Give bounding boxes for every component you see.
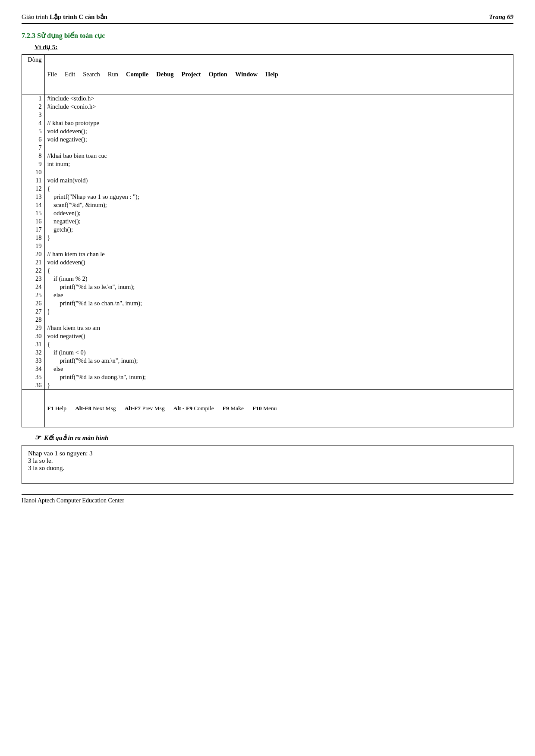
- code-cell: void negative();: [44, 135, 513, 144]
- status-altf9: Alt - F9 Compile: [173, 405, 214, 412]
- line-number: 8: [22, 152, 44, 160]
- status-f1: F1 Help: [47, 405, 67, 412]
- line-number: 13: [22, 193, 44, 201]
- code-cell: void oddeven(): [44, 258, 513, 267]
- section-number: 7.2.3: [22, 32, 35, 39]
- code-cell: getch();: [44, 226, 513, 234]
- line-number: 35: [22, 373, 44, 381]
- menu-edit[interactable]: Edit: [65, 71, 75, 78]
- example-underline-label: Ví dụ 5: [35, 44, 55, 50]
- table-row: 19: [22, 242, 513, 250]
- table-row: 3: [22, 111, 513, 119]
- line-number: 10: [22, 168, 44, 176]
- result-cursor: _: [28, 472, 507, 479]
- table-row: 30void negative(): [22, 332, 513, 340]
- table-row: 8//khai bao bien toan cuc: [22, 152, 513, 160]
- example-label: Ví dụ 5:: [35, 43, 513, 51]
- menu-bar-row: Dòng File Edit Search Run Compile Debug …: [22, 55, 513, 94]
- line-number: 1: [22, 94, 44, 103]
- line-number: 5: [22, 127, 44, 135]
- status-bar-content: F1 Help Alt-F8 Next Msg Alt-F7 Prev Msg …: [47, 405, 511, 412]
- code-cell: {: [44, 340, 513, 348]
- line-number: 6: [22, 135, 44, 144]
- line-number: 20: [22, 250, 44, 258]
- line-number: 31: [22, 340, 44, 348]
- page-footer: Hanoi Aptech Computer Education Center: [22, 494, 513, 504]
- table-row: 22{: [22, 267, 513, 275]
- status-f9: F9 Make: [223, 405, 244, 412]
- menu-option[interactable]: Option: [208, 71, 227, 78]
- line-number: 7: [22, 144, 44, 152]
- table-row: 2#include <conio.h>: [22, 103, 513, 111]
- table-row: 1#include <stdio.h>: [22, 94, 513, 103]
- line-number: 26: [22, 299, 44, 307]
- code-cell: printf("%d la so am.\n", inum);: [44, 357, 513, 365]
- menu-file[interactable]: File: [47, 71, 57, 78]
- menu-run[interactable]: Run: [108, 71, 118, 78]
- code-cell: #include <stdio.h>: [44, 94, 513, 103]
- menu-search[interactable]: Search: [83, 71, 100, 78]
- code-cell: }: [44, 307, 513, 316]
- table-row: 18}: [22, 234, 513, 242]
- line-number: 4: [22, 119, 44, 127]
- line-number: 30: [22, 332, 44, 340]
- line-number: 19: [22, 242, 44, 250]
- result-line-1: Nhap vao 1 so nguyen: 3: [28, 450, 507, 457]
- code-cell: {: [44, 267, 513, 275]
- line-number: 17: [22, 226, 44, 234]
- code-cell: [44, 316, 513, 324]
- phone-icon: ☞: [35, 433, 41, 442]
- table-row: 25 else: [22, 291, 513, 299]
- code-cell: // khai bao prototype: [44, 119, 513, 127]
- table-row: 34 else: [22, 365, 513, 373]
- code-cell: // ham kiem tra chan le: [44, 250, 513, 258]
- menu-debug[interactable]: Debug: [156, 71, 173, 78]
- menu-project[interactable]: Project: [182, 71, 201, 78]
- result-label-text: Kết quả in ra màn hình: [44, 434, 108, 442]
- status-altf7: Alt-F7 Prev Msg: [125, 405, 165, 412]
- table-row: 24 printf("%d la so le.\n", inum);: [22, 283, 513, 291]
- line-number: 23: [22, 275, 44, 283]
- table-row: 4// khai bao prototype: [22, 119, 513, 127]
- line-number: 34: [22, 365, 44, 373]
- line-number: 2: [22, 103, 44, 111]
- section-title: Sử dụng biến toàn cục: [35, 32, 105, 39]
- result-label: ☞ Kết quả in ra màn hình: [35, 433, 513, 442]
- table-row: 7: [22, 144, 513, 152]
- code-cell: printf("%d la so chan.\n", inum);: [44, 299, 513, 307]
- menu-compile[interactable]: Compile: [126, 71, 148, 78]
- line-number: 21: [22, 258, 44, 267]
- line-number: 33: [22, 357, 44, 365]
- code-table: Dòng File Edit Search Run Compile Debug …: [22, 55, 513, 427]
- line-number: 36: [22, 381, 44, 390]
- table-row: 33 printf("%d la so am.\n", inum);: [22, 357, 513, 365]
- line-number: 14: [22, 201, 44, 209]
- table-row: 21void oddeven(): [22, 258, 513, 267]
- table-row: 13 printf("Nhap vao 1 so nguyen : ");: [22, 193, 513, 201]
- line-number: 25: [22, 291, 44, 299]
- code-cell: {: [44, 185, 513, 193]
- section-heading: 7.2.3 Sử dụng biến toàn cục: [22, 31, 513, 40]
- footer-text: Hanoi Aptech Computer Education Center: [22, 497, 124, 504]
- result-line-2: 3 la so le.: [28, 457, 507, 464]
- header-left: Giáo trình Lập trình C căn bản: [22, 13, 107, 21]
- code-cell: }: [44, 381, 513, 390]
- line-number: 29: [22, 324, 44, 332]
- table-row: 15 oddeven();: [22, 209, 513, 217]
- code-table-wrapper: Dòng File Edit Search Run Compile Debug …: [22, 54, 513, 427]
- code-cell: oddeven();: [44, 209, 513, 217]
- line-number: 18: [22, 234, 44, 242]
- table-row: 31{: [22, 340, 513, 348]
- table-row: 14 scanf("%d", &inum);: [22, 201, 513, 209]
- line-number: 24: [22, 283, 44, 291]
- table-row: 26 printf("%d la so chan.\n", inum);: [22, 299, 513, 307]
- menu-help[interactable]: Help: [265, 71, 278, 78]
- menu-bar-content: File Edit Search Run Compile Debug Proje…: [47, 71, 511, 78]
- menu-window[interactable]: Window: [235, 71, 258, 78]
- code-cell: printf("%d la so duong.\n", inum);: [44, 373, 513, 381]
- code-cell: if (inum % 2): [44, 275, 513, 283]
- line-number: 28: [22, 316, 44, 324]
- table-row: 36}: [22, 381, 513, 390]
- code-cell: }: [44, 234, 513, 242]
- page-header: Giáo trình Lập trình C căn bản Trang 69: [22, 13, 513, 24]
